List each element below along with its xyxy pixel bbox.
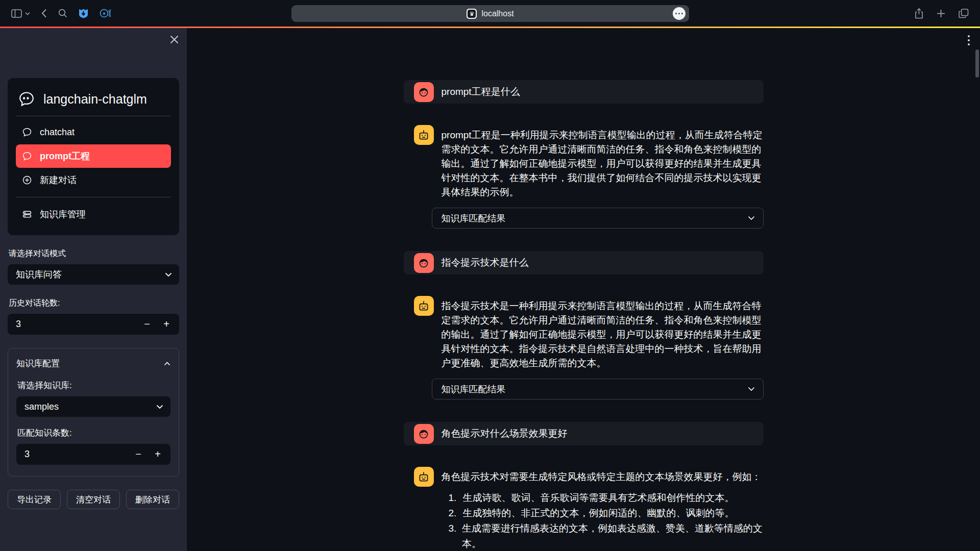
topk-value: 3: [24, 449, 129, 460]
app-logo-chat-icon: [18, 90, 35, 108]
user-message-text: 角色提示对什么场景效果更好: [442, 427, 568, 440]
dialog-mode-select[interactable]: 知识库问答: [8, 264, 179, 285]
sidebar-toggle-icon[interactable]: [11, 9, 22, 18]
tab-overview-icon[interactable]: [959, 9, 969, 18]
history-turns-value: 3: [16, 319, 137, 330]
conversation-nav-card: langchain-chatglm chatchat prompt工程 新建对话: [8, 78, 179, 235]
user-message-text: prompt工程是什么: [442, 85, 520, 98]
kb-match-expander[interactable]: 知识库匹配结果: [432, 379, 764, 399]
chat-bubble-icon: [22, 151, 32, 161]
user-avatar: [414, 82, 434, 102]
kb-select-value: samples: [24, 402, 59, 412]
plus-circle-icon: [22, 175, 32, 185]
extension-badge-icon[interactable]: [79, 8, 88, 18]
user-message: 指令提示技术是什么: [404, 251, 764, 274]
clear-conversation-button[interactable]: 清空对话: [67, 490, 120, 509]
assistant-message-text: 指令提示技术是一种利用提示来控制语言模型输出的过程，从而生成符合特定需求的文本。…: [442, 296, 764, 370]
new-tab-icon[interactable]: [937, 9, 945, 18]
assistant-avatar: [414, 296, 434, 316]
sidebar-item-knowledge-base[interactable]: 知识库管理: [16, 203, 171, 226]
site-favicon: ♛: [467, 9, 477, 19]
page-menu-icon[interactable]: [673, 7, 685, 20]
topk-label: 匹配知识条数:: [17, 427, 169, 439]
chat-main: prompt工程是什么 prompt工程是一种利用提示来控制语言模型输出的过程，…: [187, 28, 980, 551]
chevron-down-icon: [156, 405, 163, 409]
scrollbar-thumb[interactable]: [975, 49, 979, 78]
assistant-message: 指令提示技术是一种利用提示来控制语言模型输出的过程，从而生成符合特定需求的文本。…: [404, 296, 764, 370]
chat-bubble-icon: [22, 127, 32, 137]
kb-match-label: 知识库匹配结果: [442, 383, 506, 395]
app-header: langchain-chatglm: [16, 86, 171, 116]
kb-match-expander[interactable]: 知识库匹配结果: [432, 208, 764, 229]
chevron-down-icon: [165, 272, 172, 277]
chevron-down-icon: [748, 387, 755, 391]
export-history-button[interactable]: 导出记录: [8, 490, 61, 509]
list-item: 3. 生成需要进行情感表达的文本，例如表达感激、赞美、道歉等情感的文本。: [446, 521, 764, 551]
browser-toolbar: ♛ localhost: [0, 0, 980, 27]
delete-conversation-button[interactable]: 删除对话: [126, 490, 179, 509]
user-avatar: [414, 424, 434, 444]
sidebar-item-label: 新建对话: [40, 174, 77, 186]
user-message: prompt工程是什么: [404, 80, 764, 104]
assistant-avatar: [414, 467, 434, 487]
user-avatar: [414, 253, 434, 273]
close-sidebar-icon[interactable]: [170, 35, 179, 44]
user-message-text: 指令提示技术是什么: [442, 256, 529, 269]
kb-select[interactable]: samples: [16, 396, 170, 417]
share-icon[interactable]: [915, 8, 923, 19]
sidebar-item-label: prompt工程: [40, 150, 90, 162]
dialog-mode-label: 请选择对话模式: [9, 248, 178, 259]
kb-select-label: 请选择知识库:: [17, 380, 169, 391]
sidebar-item-label: 知识库管理: [40, 208, 86, 220]
list-item: 2. 生成独特的、非正式的文本，例如闲适的、幽默的、讽刺的等。: [446, 506, 764, 521]
decrement-button[interactable]: −: [137, 318, 157, 330]
address-bar[interactable]: ♛ localhost: [291, 5, 689, 22]
kb-config-expander: 知识库配置 请选择知识库: samples 匹配知识条数: 3 − +: [8, 348, 179, 477]
assistant-message: 角色提示技术对需要生成特定风格或特定主题的文本场景效果更好，例如： 1. 生成诗…: [404, 467, 764, 551]
assistant-avatar: [414, 125, 434, 145]
address-text: localhost: [481, 9, 513, 18]
history-turns-input[interactable]: 3 − +: [8, 314, 179, 335]
sidebar-item-chatchat[interactable]: chatchat: [16, 120, 171, 144]
assistant-message: prompt工程是一种利用提示来控制语言模型输出的过程，从而生成符合特定需求的文…: [404, 125, 764, 199]
assistant-message-text: 角色提示技术对需要生成特定风格或特定主题的文本场景效果更好，例如：: [442, 470, 764, 484]
increment-button[interactable]: +: [148, 448, 167, 460]
increment-button[interactable]: +: [157, 318, 176, 330]
dialog-mode-value: 知识库问答: [16, 268, 62, 281]
history-turns-label: 历史对话轮数:: [9, 298, 178, 309]
sidebar-item-label: chatchat: [40, 127, 75, 138]
sidebar-menu-chevron-icon[interactable]: [25, 12, 30, 15]
topk-input[interactable]: 3 − +: [16, 444, 170, 465]
list-item: 1. 生成诗歌、歌词、音乐歌词等需要具有艺术感和创作性的文本。: [446, 490, 764, 506]
kb-match-label: 知识库匹配结果: [442, 212, 506, 224]
database-stack-icon: [22, 209, 32, 219]
assistant-message-list: 1. 生成诗歌、歌词、音乐歌词等需要具有艺术感和创作性的文本。 2. 生成独特的…: [446, 490, 764, 551]
sidebar-item-new-conversation[interactable]: 新建对话: [16, 168, 171, 192]
assistant-message-text: prompt工程是一种利用提示来控制语言模型输出的过程，从而生成符合特定需求的文…: [442, 125, 764, 199]
extension-rings-icon[interactable]: [100, 8, 111, 18]
app-title: langchain-chatglm: [43, 92, 147, 107]
search-icon[interactable]: [58, 9, 67, 18]
chevron-up-icon: [164, 362, 170, 366]
user-message: 角色提示对什么场景效果更好: [404, 422, 764, 445]
decrement-button[interactable]: −: [129, 448, 148, 460]
sidebar-item-prompt-project[interactable]: prompt工程: [16, 144, 171, 168]
kb-config-expander-header[interactable]: 知识库配置: [16, 358, 170, 369]
chevron-down-icon: [748, 216, 755, 220]
app-menu-icon[interactable]: [968, 35, 970, 45]
back-icon[interactable]: [41, 9, 47, 18]
sidebar: langchain-chatglm chatchat prompt工程 新建对话: [0, 28, 187, 551]
kb-config-title: 知识库配置: [16, 358, 60, 369]
